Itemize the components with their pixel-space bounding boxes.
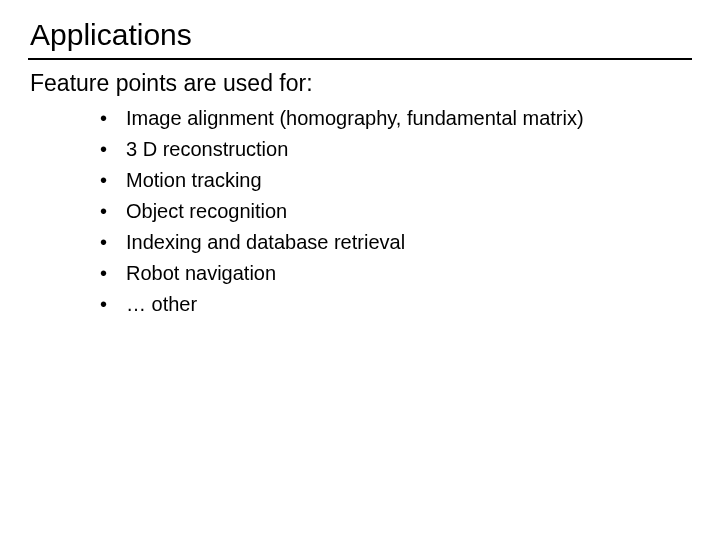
list-item: Image alignment (homography, fundamental… [100,105,646,132]
bullet-list: Image alignment (homography, fundamental… [28,105,692,318]
list-item: Robot navigation [100,260,646,287]
list-item: 3 D reconstruction [100,136,646,163]
list-item: … other [100,291,646,318]
slide: Applications Feature points are used for… [0,0,720,540]
list-item: Indexing and database retrieval [100,229,646,256]
title-rule [28,58,692,60]
slide-title: Applications [30,18,692,52]
intro-text: Feature points are used for: [30,70,692,97]
list-item: Motion tracking [100,167,646,194]
list-item: Object recognition [100,198,646,225]
